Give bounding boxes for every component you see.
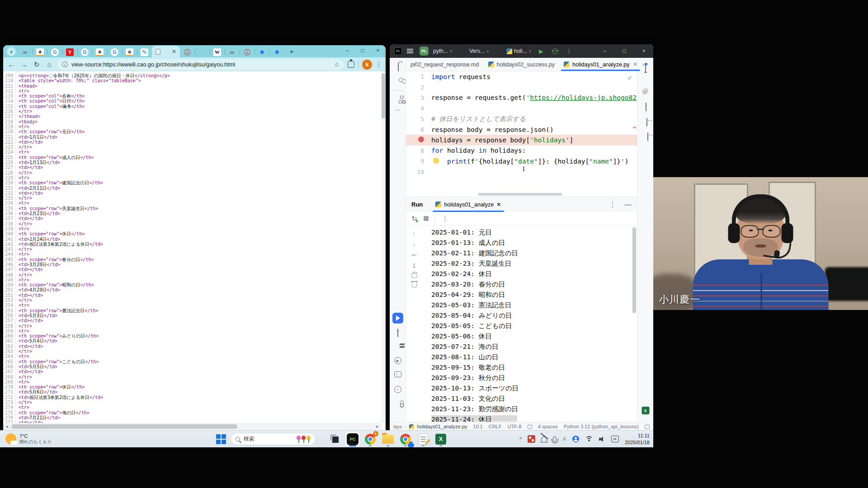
volume-icon[interactable] <box>599 436 605 442</box>
down-stacktrace-icon[interactable]: ↓ <box>413 241 416 248</box>
project-menu[interactable]: pyth...∨ <box>433 48 453 54</box>
browser-tab-amazon[interactable]: a <box>122 47 137 57</box>
breadcrumb-tail[interactable]: lays <box>393 424 402 429</box>
editor-tab[interactable]: holidays02_success.py <box>484 58 560 71</box>
breakpoint-icon[interactable] <box>418 136 424 142</box>
file-encoding[interactable]: UTF-8 <box>507 424 521 429</box>
start-button[interactable] <box>216 434 226 444</box>
taskbar-pycharm-icon[interactable]: PC <box>345 432 360 446</box>
browser-tab-m[interactable]: m <box>18 47 33 57</box>
terminal-toolwindow-icon[interactable]: >_ <box>394 371 401 377</box>
browser-tab-m[interactable]: m <box>225 47 240 57</box>
browser-tab-google[interactable]: G <box>107 47 122 57</box>
status-filename[interactable]: holidays01_analyze.py <box>417 424 467 429</box>
browser-tab-google[interactable]: G <box>47 47 62 57</box>
forward-button[interactable]: → <box>19 61 28 68</box>
run-anything-icon[interactable]: ▶ <box>394 357 401 364</box>
tray-expand-icon[interactable]: ^ <box>519 436 522 442</box>
database-toolwindow-icon[interactable] <box>646 103 646 111</box>
taskbar-explorer-icon[interactable] <box>381 432 395 446</box>
screen-reader-icon[interactable] <box>645 425 650 429</box>
console-output[interactable]: 2025-01-01: 元日2025-01-13: 成人の日2025-02-11… <box>431 228 631 422</box>
weather-widget[interactable]: 7°C 晴れのちくもり <box>0 433 52 444</box>
ime-mode-icon[interactable]: A <box>562 436 566 442</box>
browser-tab-globe[interactable] <box>240 47 255 57</box>
tray-account-icon[interactable] <box>572 436 579 442</box>
ai-chat-icon[interactable] <box>646 118 647 127</box>
browser-tab-active[interactable]: ✕ <box>152 46 180 57</box>
browser-tab-amazon[interactable]: a <box>92 47 107 57</box>
project-toolwindow-icon[interactable] <box>398 63 399 71</box>
horizontal-scroll-thumb[interactable] <box>11 424 237 429</box>
extensions-icon[interactable] <box>348 61 354 68</box>
tab-search-button[interactable]: ∨ <box>7 47 16 56</box>
rerun-icon[interactable]: ↻ <box>411 215 417 223</box>
pycharm-close-button[interactable]: × <box>637 48 650 54</box>
editor-tab[interactable]: pi02_request_response.md <box>406 58 484 71</box>
browser-menu-icon[interactable]: ⋮ <box>376 61 382 68</box>
browser-minimize-button[interactable]: – <box>340 47 355 54</box>
close-tab-icon[interactable]: ✕ <box>172 49 176 54</box>
pycharm-maximize-button[interactable]: □ <box>618 48 631 54</box>
browser-tab-amazon[interactable]: a <box>33 47 47 57</box>
excel-file-icon[interactable]: x <box>642 407 649 414</box>
taskbar-notepad-icon[interactable] <box>416 432 430 446</box>
editor-tab[interactable]: holidays01_analyze.py✕ <box>559 58 642 71</box>
problems-toolwindow-icon[interactable]: ! <box>394 386 401 393</box>
do-not-disturb-icon[interactable] <box>541 436 547 441</box>
main-menu-icon[interactable] <box>407 49 413 53</box>
scroll-left-arrow[interactable]: ◄ <box>3 424 10 429</box>
more-toolwindows-icon[interactable]: ⋯ <box>395 107 401 113</box>
vcs-menu[interactable]: Vers...∨ <box>469 48 489 54</box>
page-info-icon[interactable]: i <box>62 61 68 67</box>
run-configuration-selector[interactable]: holi...∨ <box>506 48 532 54</box>
pycharm-minimize-button[interactable]: – <box>599 48 611 54</box>
console-scrollbar-thumb[interactable] <box>632 227 636 313</box>
browser-maximize-button[interactable]: □ <box>355 47 370 54</box>
browser-tab-dropbox[interactable]: ❖ <box>269 47 284 57</box>
browser-horizontal-scrollbar[interactable]: ◄ ► <box>3 423 381 430</box>
browser-tab-dropbox[interactable]: ❖ <box>255 47 269 57</box>
taskbar-chrome-profile-icon[interactable] <box>398 432 413 446</box>
project-badge[interactable]: PL <box>420 47 429 56</box>
code-editor[interactable]: ✓ I 1import requests23response = request… <box>406 71 637 197</box>
wifi-icon[interactable] <box>585 436 593 442</box>
browser-tab-globe[interactable] <box>180 47 195 57</box>
browser-tab-microsoft[interactable] <box>195 47 210 57</box>
tab-list-chevron-icon[interactable]: ∨ <box>642 62 645 67</box>
tray-microphone-icon[interactable] <box>553 436 557 442</box>
reload-button[interactable]: ↻ <box>32 61 41 69</box>
run-panel-options-icon[interactable]: ⋮ <box>609 200 616 209</box>
cursor-position[interactable]: 10:1 <box>473 424 482 429</box>
up-stacktrace-icon[interactable]: ↑ <box>413 230 416 237</box>
close-tab-icon[interactable]: ✕ <box>633 61 637 67</box>
clear-console-icon[interactable] <box>412 282 417 287</box>
address-bar[interactable]: i view-source:https://www8.cao.go.jp/cho… <box>57 59 344 70</box>
taskbar-chrome-icon[interactable]: k <box>363 432 377 446</box>
profile-avatar[interactable]: k <box>362 60 372 70</box>
editor-horizontal-scroll-thumb[interactable] <box>478 193 562 196</box>
run-tab[interactable]: holidays01_analyze ✕ <box>433 197 504 212</box>
browser-tab-yahoo[interactable]: Y <box>62 47 77 57</box>
browser-tab-pen[interactable]: ✎ <box>137 47 152 57</box>
stop-icon[interactable] <box>424 216 429 221</box>
run-panel-minimize-icon[interactable]: — <box>624 201 632 209</box>
bookmark-star-icon[interactable]: ☆ <box>334 61 340 68</box>
new-tab-button[interactable]: + <box>286 46 297 56</box>
run-toolbar-more-icon[interactable]: ⋮ <box>442 214 449 223</box>
ai-assistant-icon[interactable]: @ <box>642 88 648 95</box>
back-button[interactable]: ← <box>7 61 16 68</box>
run-button[interactable]: ▶ <box>539 48 543 55</box>
taskbar-clock[interactable]: 11:11 2025/01/18 <box>625 432 650 446</box>
column-selection-icon[interactable] <box>528 425 532 429</box>
run-toolwindow-icon[interactable] <box>392 313 403 324</box>
close-run-tab-icon[interactable]: ✕ <box>496 201 501 208</box>
scroll-to-end-icon[interactable]: ↧ <box>412 263 417 269</box>
soft-wrap-icon[interactable]: ↩ <box>412 252 417 258</box>
tab-options-icon[interactable]: ⋮ <box>651 61 653 68</box>
interpreter[interactable]: Python 3.12 (python_api_lessons) <box>564 424 639 429</box>
browser-tab-google[interactable]: G <box>77 47 92 57</box>
chat-toolwindow-icon[interactable] <box>647 132 648 141</box>
debug-button[interactable] <box>552 48 558 54</box>
language-switch-icon[interactable]: ⇄ <box>611 436 619 442</box>
